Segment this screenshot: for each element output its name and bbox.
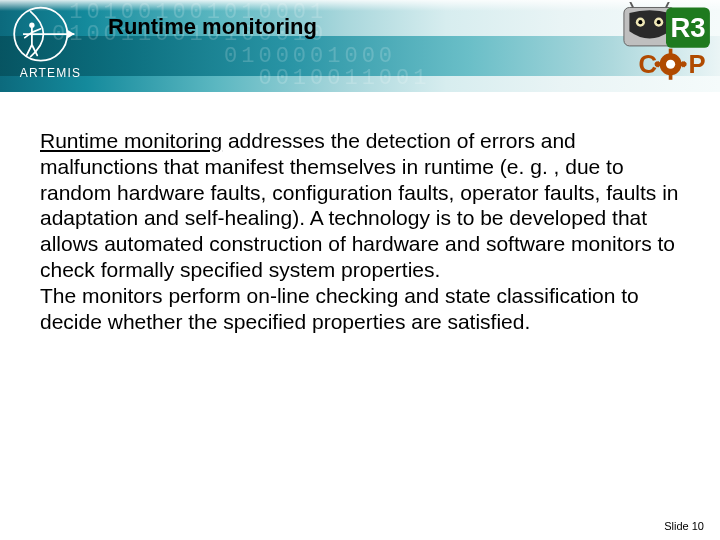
svg-rect-13 xyxy=(669,49,673,54)
svg-point-7 xyxy=(657,20,661,24)
svg-point-6 xyxy=(638,20,642,24)
body-lead-underlined: Runtime monitoring xyxy=(40,129,222,152)
slide-body: Runtime monitoring addresses the detecti… xyxy=(40,128,680,335)
body-para2: The monitors perform on-line checking an… xyxy=(40,284,639,333)
svg-line-8 xyxy=(629,2,633,7)
slide: 101001001010001 0100110010100010 0100001… xyxy=(0,0,720,540)
cop-c: C xyxy=(638,50,657,78)
cop-p: P xyxy=(689,50,706,78)
r3-text: R3 xyxy=(670,12,705,43)
slide-header: 101001001010001 0100110010100010 0100001… xyxy=(0,0,720,92)
artemis-logo-label: ARTEMIS xyxy=(8,66,93,80)
slide-number: Slide 10 xyxy=(664,520,704,532)
svg-line-9 xyxy=(666,2,670,7)
r3cop-logo-icon: R3 C xyxy=(620,2,712,88)
svg-point-12 xyxy=(666,60,675,69)
svg-rect-14 xyxy=(669,74,673,79)
slide-title: Runtime monitoring xyxy=(108,14,317,40)
artemis-logo-icon: ARTEMIS xyxy=(8,4,93,84)
